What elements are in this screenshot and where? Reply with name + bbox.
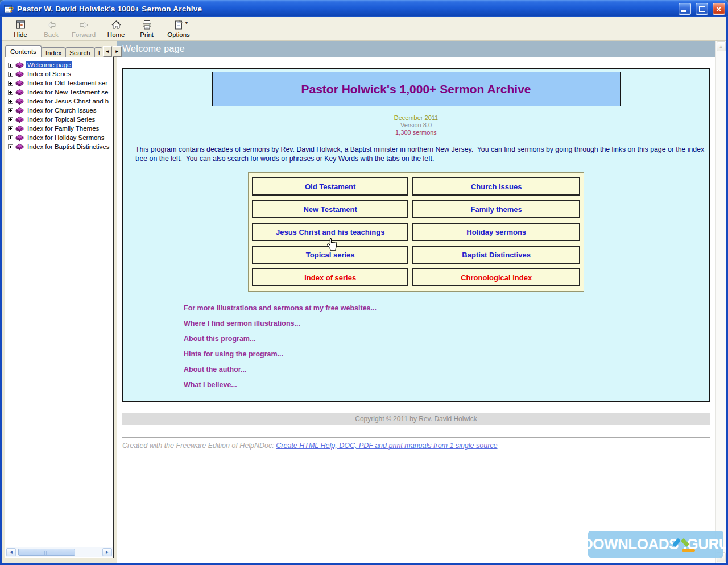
window-title: Pastor W. David Holwick's 1000+ Sermon A… [17,5,674,13]
expand-plus-icon[interactable] [8,63,13,68]
tree-item-index-of-series[interactable]: Index of Series [8,69,113,78]
navigation-tabs: Contents Index Search Fa ◄ ► [5,43,114,57]
tree-item-family-themes[interactable]: Index for Family Themes [8,124,113,133]
forward-icon [77,19,90,31]
book-icon [15,134,24,142]
scroll-right-button[interactable]: ► [102,548,112,556]
options-icon: ▼ [172,19,185,31]
tree-item-label: Index for Family Themes [26,125,100,132]
page-title: Welcome page [117,41,715,57]
tree-item-topical-series[interactable]: Index for Topical Series [8,115,113,124]
content-vertical-scrollbar[interactable]: ▲ ▼ [715,41,726,563]
expand-plus-icon[interactable] [8,81,13,86]
intro-paragraph: This program contains decades of sermons… [135,145,705,163]
expand-plus-icon[interactable] [8,90,13,95]
expand-plus-icon[interactable] [8,117,13,122]
book-icon [15,143,24,151]
book-icon [15,125,24,132]
tree-horizontal-scrollbar[interactable]: ◄ ► [6,547,113,557]
tab-favorites[interactable]: Fa [94,47,102,57]
tree-item-label: Welcome page [26,61,72,68]
downloads-guru-watermark[interactable]: DOWNLOADS .GURU [588,531,723,558]
tab-search[interactable]: Search [65,47,94,57]
contents-tree: Welcome page Index of Series Index for O… [5,57,113,151]
release-date: December 2011 [123,114,709,122]
church-issues-button[interactable]: Church issues [412,177,580,196]
contents-tree-panel: Welcome page Index of Series Index for O… [5,57,114,558]
hide-icon [14,19,27,31]
options-button[interactable]: ▼ Options [165,18,192,39]
close-icon: × [713,3,725,14]
book-icon [15,89,24,96]
hide-button[interactable]: Hide [8,18,33,39]
back-button[interactable]: Back [39,18,64,39]
book-icon [15,80,24,87]
close-button[interactable]: × [713,3,725,15]
hide-button-label: Hide [14,31,27,38]
link-free-websites[interactable]: For more illustrations and sermons at my… [184,304,709,312]
forward-button[interactable]: Forward [69,18,98,39]
book-icon [15,98,24,105]
tree-item-welcome-page[interactable]: Welcome page [8,60,113,69]
topic-column: Welcome page Pastor Holwick's 1,000+ Ser… [117,41,715,563]
tree-item-baptist-distinctives[interactable]: Index for Baptist Distinctives [8,142,113,151]
navigation-pane: Contents Index Search Fa ◄ ► Welcome [2,41,114,563]
print-button[interactable]: Print [134,18,159,39]
tab-scroller: ◄ ► [103,46,122,57]
window-client-area: Hide Back Forward Home [0,17,728,565]
expand-plus-icon[interactable] [8,144,13,149]
credit-text: Created with the Freeware Edition of Hel… [122,442,276,450]
cursor-hand-icon [326,238,338,251]
baptist-distinctives-button[interactable]: Baptist Distinctives [412,246,580,264]
minimize-button[interactable] [679,3,691,15]
horizontal-scroll-thumb[interactable] [18,549,75,556]
link-sermon-illustrations[interactable]: Where I find sermon illustrations... [184,319,709,327]
holiday-sermons-button[interactable]: Holiday sermons [412,223,580,241]
expand-plus-icon[interactable] [8,99,13,104]
book-icon [15,61,24,69]
link-what-i-believe[interactable]: What I believe... [184,381,709,389]
home-icon [110,19,122,31]
old-testament-button[interactable]: Old Testament [252,177,408,196]
tree-item-holiday-sermons[interactable]: Index for Holiday Sermons [8,133,113,142]
expand-plus-icon[interactable] [8,72,13,77]
index-of-series-link[interactable]: Index of series [252,268,408,286]
tree-item-label: Index for Jesus Christ and h [26,98,110,105]
topic-pane: Welcome page Pastor Holwick's 1,000+ Ser… [117,41,726,563]
tab-scroll-left-button[interactable]: ◄ [103,46,112,57]
toolbar: Hide Back Forward Home [2,17,726,41]
link-about-program[interactable]: About this program... [184,335,709,343]
expand-plus-icon[interactable] [8,126,13,131]
title-bar: ? Pastor W. David Holwick's 1000+ Sermon… [0,0,728,17]
tree-item-old-testament[interactable]: Index for Old Testament ser [8,78,113,88]
expand-plus-icon[interactable] [8,135,13,140]
main-split: Contents Index Search Fa ◄ ► Welcome [2,41,726,563]
svg-text:?: ? [9,5,14,14]
link-hints[interactable]: Hints for using the program... [184,350,709,358]
link-about-author[interactable]: About the author... [184,365,709,373]
home-button[interactable]: Home [104,18,129,39]
options-button-label: Options [167,31,190,38]
version-info: December 2011 Version 8.0 1,300 sermons [123,114,709,136]
tree-item-label: Index for Topical Series [26,116,96,123]
tab-scroll-right-button[interactable]: ► [113,46,122,57]
tree-item-jesus-christ[interactable]: Index for Jesus Christ and h [8,97,113,106]
scroll-left-button[interactable]: ◄ [6,548,16,556]
new-testament-button[interactable]: New Testament [252,200,408,218]
maximize-icon [699,6,705,12]
version-number: Version 8.0 [123,122,709,129]
helpndoc-link[interactable]: Create HTML Help, DOC, PDF and print man… [276,442,497,450]
help-file-icon: ? [4,4,14,14]
tree-item-church-issues[interactable]: Index for Church Issues [8,106,113,115]
copyright-bar: Copyright © 2011 by Rev. David Holwick [122,413,710,425]
tree-item-new-testament[interactable]: Index for New Testament se [8,88,113,97]
tab-contents[interactable]: Contents [5,45,42,57]
family-themes-button[interactable]: Family themes [412,200,580,218]
tab-index[interactable]: Index [42,47,65,57]
scroll-up-button[interactable]: ▲ [717,41,726,51]
maximize-button[interactable] [696,3,708,15]
info-links: For more illustrations and sermons at my… [184,304,709,389]
expand-plus-icon[interactable] [8,108,13,113]
tree-item-label: Index of Series [26,70,72,77]
chronological-index-link[interactable]: Chronological index [412,268,580,286]
